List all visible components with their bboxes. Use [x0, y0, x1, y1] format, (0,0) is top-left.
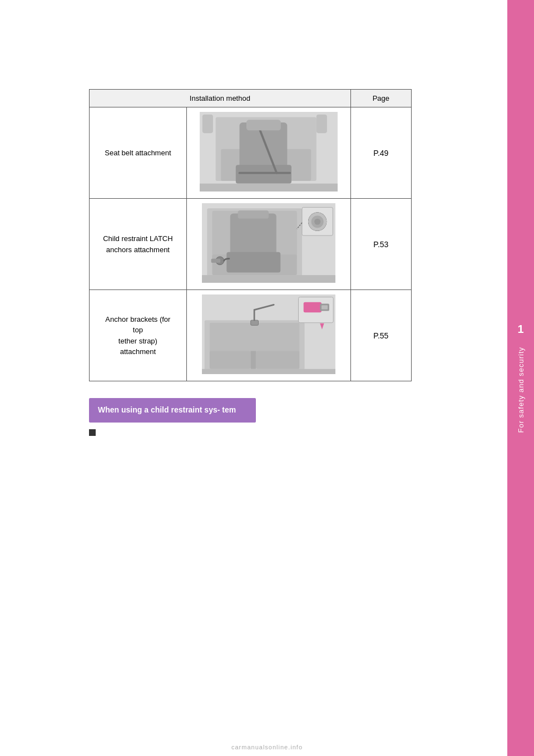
svg-rect-31: [256, 351, 299, 369]
table-row: Child restraint LATCHanchors attachment: [90, 199, 412, 290]
anchor-illustration: [191, 294, 346, 374]
anchor-image-cell: [186, 290, 350, 381]
svg-rect-7: [246, 120, 281, 130]
method-column-header: Installation method: [90, 90, 351, 107]
svg-rect-32: [250, 320, 258, 325]
table-row: Seat belt attachment: [90, 107, 412, 199]
latch-page-text: P.53: [373, 240, 388, 249]
svg-rect-25: [238, 210, 268, 219]
watermark: carmanualsonline.info: [231, 744, 303, 750]
main-content: Installation method Page Seat belt attac…: [0, 0, 507, 756]
svg-rect-4: [236, 165, 291, 183]
svg-rect-9: [317, 115, 327, 133]
svg-point-23: [314, 219, 320, 225]
seat-belt-label: Seat belt attachment: [105, 149, 171, 157]
info-box-text: When using a child restraint sys- tem: [98, 405, 236, 414]
section-bullet: [89, 429, 96, 436]
svg-rect-10: [200, 184, 338, 192]
row-label: Anchor brackets (for toptether strap) at…: [90, 290, 187, 381]
svg-rect-35: [303, 302, 321, 312]
svg-rect-8: [202, 115, 213, 133]
row-label: Seat belt attachment: [90, 107, 187, 199]
chapter-number: 1: [517, 323, 523, 336]
latch-page: P.53: [350, 199, 411, 290]
anchor-page-text: P.55: [373, 331, 388, 340]
latch-illustration: [191, 203, 346, 283]
svg-rect-30: [210, 351, 251, 369]
svg-rect-26: [202, 275, 335, 283]
info-box: When using a child restraint sys- tem: [89, 398, 256, 423]
svg-rect-33: [250, 351, 255, 369]
seat-belt-page-text: P.49: [373, 149, 388, 158]
seat-belt-image-cell: [186, 107, 350, 199]
right-sidebar: 1 For safety and security: [507, 0, 534, 756]
svg-rect-16: [226, 252, 280, 273]
installation-table: Installation method Page Seat belt attac…: [89, 89, 412, 381]
svg-rect-18: [211, 259, 220, 263]
row-label: Child restraint LATCHanchors attachment: [90, 199, 187, 290]
svg-rect-39: [202, 369, 335, 374]
chapter-label: For safety and security: [517, 347, 525, 433]
page-column-header: Page: [350, 90, 411, 107]
svg-rect-37: [322, 305, 328, 309]
seat-belt-illustration: [191, 112, 346, 192]
svg-rect-29: [210, 323, 299, 354]
page-container: 1 For safety and security Installation m…: [0, 0, 534, 756]
anchor-page: P.55: [350, 290, 411, 381]
latch-image-cell: [186, 199, 350, 290]
table-row: Anchor brackets (for toptether strap) at…: [90, 290, 412, 381]
seat-belt-page: P.49: [350, 107, 411, 199]
anchor-label: Anchor brackets (for toptether strap) at…: [105, 315, 170, 356]
latch-label: Child restraint LATCHanchors attachment: [103, 234, 172, 254]
